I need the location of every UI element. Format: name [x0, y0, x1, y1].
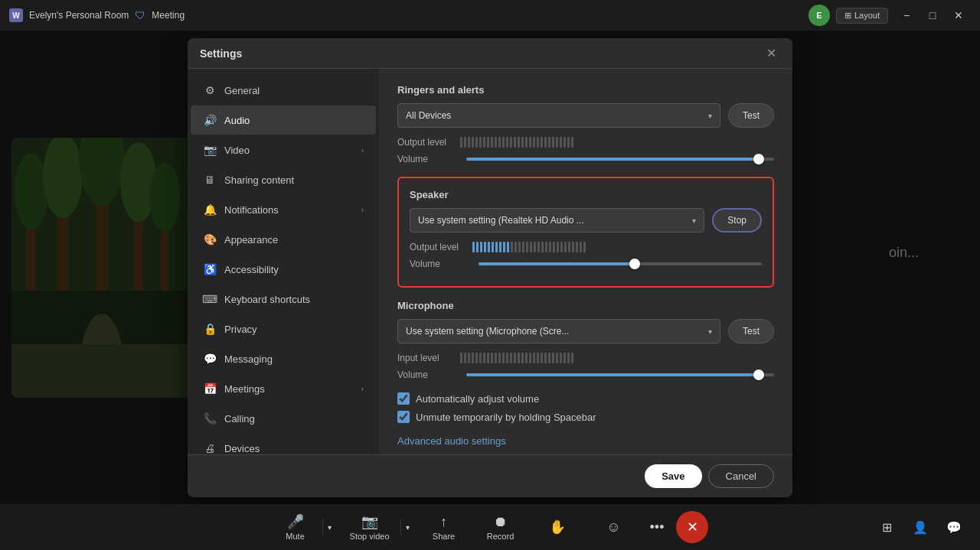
microphone-test-button[interactable]: Test: [728, 319, 774, 343]
video-chevron-icon: ▾: [406, 523, 410, 532]
speaker-dropdown-arrow-icon: ▾: [692, 216, 696, 225]
mic-bar-16: [518, 353, 520, 363]
more-button[interactable]: •••: [644, 515, 671, 540]
sp-bar-26: [568, 242, 570, 252]
reactions-icon: ☺: [606, 519, 620, 535]
sidebar-item-messaging[interactable]: 💬 Messaging: [191, 344, 376, 373]
people-button[interactable]: 👤: [906, 513, 934, 541]
microphone-volume-label: Volume: [397, 369, 459, 380]
layout-button[interactable]: ⊞ Layout: [836, 8, 888, 24]
level-bar-14: [510, 137, 512, 148]
appearance-icon: 🎨: [203, 233, 217, 246]
chat-button[interactable]: 💬: [940, 513, 968, 541]
level-bar-22: [541, 137, 543, 148]
microphone-level-bars: [460, 353, 573, 363]
sp-bar-7: [495, 242, 498, 252]
unmute-spacebar-checkbox[interactable]: [397, 411, 410, 423]
mic-bar-23: [544, 353, 547, 363]
speaker-dropdown[interactable]: Use system setting (Realtek HD Audio ...…: [410, 208, 704, 233]
mic-bar-30: [571, 353, 573, 363]
mute-dropdown-button[interactable]: ▾: [322, 519, 336, 536]
meetings-icon: 📅: [203, 382, 217, 395]
messaging-icon: 💬: [203, 352, 217, 366]
speaker-volume-row: Volume: [410, 259, 762, 269]
settings-body: ⚙ General 🔊 Audio 📷 Video ›: [188, 69, 792, 454]
mic-bar-20: [533, 353, 535, 363]
settings-dialog: Settings ✕ ⚙ General 🔊 Audio: [188, 38, 792, 497]
speaker-level-bars: [472, 242, 586, 252]
raise-hand-button[interactable]: ✋: [531, 514, 584, 540]
level-bar-29: [567, 137, 570, 148]
share-button[interactable]: ↑ Share: [417, 509, 471, 545]
settings-close-button[interactable]: ✕: [762, 44, 780, 63]
auto-adjust-checkbox[interactable]: [397, 392, 410, 405]
advanced-audio-settings-link[interactable]: Advanced audio settings: [397, 435, 506, 447]
sidebar-item-video[interactable]: 📷 Video ›: [191, 135, 376, 164]
mic-bar-11: [498, 353, 501, 363]
level-bar-20: [533, 137, 535, 148]
cancel-button[interactable]: Cancel: [708, 464, 774, 488]
meeting-label: Meeting: [152, 10, 185, 21]
sidebar-label-accessibility: Accessibility: [224, 264, 364, 275]
sp-bar-14: [522, 242, 524, 252]
sidebar-item-general[interactable]: ⚙ General: [191, 76, 376, 105]
maximize-button[interactable]: □: [920, 5, 945, 26]
ringers-volume-slider[interactable]: [466, 158, 774, 161]
layout-label: Layout: [854, 11, 880, 20]
app-close-button[interactable]: ✕: [946, 5, 971, 26]
ringers-section-label: Ringers and alerts: [397, 84, 774, 96]
sidebar-item-notifications[interactable]: 🔔 Notifications ›: [191, 195, 376, 224]
stop-video-button[interactable]: 📷 Stop video: [339, 509, 400, 545]
minimize-button[interactable]: −: [894, 5, 919, 26]
notifications-chevron-icon: ›: [361, 206, 364, 214]
end-call-button[interactable]: ✕: [676, 511, 708, 543]
sp-bar-10: [507, 242, 509, 252]
sidebar-item-devices[interactable]: 🖨 Devices: [191, 434, 376, 454]
level-bar-16: [518, 137, 520, 148]
mic-bar-4: [472, 353, 474, 363]
mute-button[interactable]: 🎤 Mute: [269, 509, 322, 545]
settings-titlebar: Settings ✕: [188, 38, 792, 69]
mic-bar-6: [479, 353, 482, 363]
sidebar-item-sharing[interactable]: 🖥 Sharing content: [191, 165, 376, 194]
save-button[interactable]: Save: [645, 464, 701, 488]
sp-bar-16: [530, 242, 532, 252]
mic-bar-25: [552, 353, 554, 363]
microphone-dropdown-arrow-icon: ▾: [708, 327, 712, 336]
sidebar-label-calling: Calling: [224, 413, 364, 425]
reactions-button[interactable]: ☺: [587, 515, 641, 540]
sp-bar-15: [526, 242, 528, 252]
level-bar-25: [552, 137, 554, 148]
speaker-volume-slider[interactable]: [479, 262, 762, 265]
status-indicator: E: [808, 5, 830, 26]
sidebar-item-appearance[interactable]: 🎨 Appearance: [191, 225, 376, 254]
sidebar-item-accessibility[interactable]: ♿ Accessibility: [191, 255, 376, 284]
sidebar-item-meetings[interactable]: 📅 Meetings ›: [191, 374, 376, 403]
record-button[interactable]: ⏺ Record: [474, 509, 528, 545]
stop-video-label: Stop video: [350, 532, 390, 541]
privacy-icon: 🔒: [203, 322, 217, 336]
grid-view-button[interactable]: ⊞: [873, 513, 900, 541]
microphone-dropdown[interactable]: Use system setting (Microphone (Scre... …: [397, 319, 720, 343]
microphone-volume-slider[interactable]: [466, 373, 774, 376]
auto-adjust-row: Automatically adjust volume: [397, 392, 774, 405]
top-bar-left: W Evelyn's Personal Room 🛡 Meeting: [9, 8, 801, 22]
teams-logo: W: [9, 8, 23, 22]
mute-chevron-icon: ▾: [328, 523, 332, 532]
level-bar-13: [506, 137, 508, 148]
speaker-section: Speaker Use system setting (Realtek HD A…: [397, 177, 774, 288]
sidebar-item-calling[interactable]: 📞 Calling: [191, 404, 376, 433]
video-icon: 📷: [203, 143, 217, 157]
sidebar-item-audio[interactable]: 🔊 Audio: [191, 106, 376, 135]
level-bar-28: [564, 137, 566, 148]
sidebar-item-keyboard[interactable]: ⌨ Keyboard shortcuts: [191, 285, 376, 314]
speaker-stop-button[interactable]: Stop: [712, 208, 762, 233]
sidebar-item-privacy[interactable]: 🔒 Privacy: [191, 314, 376, 343]
ringers-dropdown[interactable]: All Devices ▾: [397, 103, 720, 128]
video-dropdown-button[interactable]: ▾: [400, 519, 414, 536]
settings-content: Ringers and alerts All Devices ▾ Test Ou…: [379, 69, 792, 454]
ringers-test-button[interactable]: Test: [728, 103, 774, 128]
sp-bar-3: [480, 242, 482, 252]
sidebar-label-video: Video: [224, 145, 354, 156]
sp-bar-19: [541, 242, 544, 252]
